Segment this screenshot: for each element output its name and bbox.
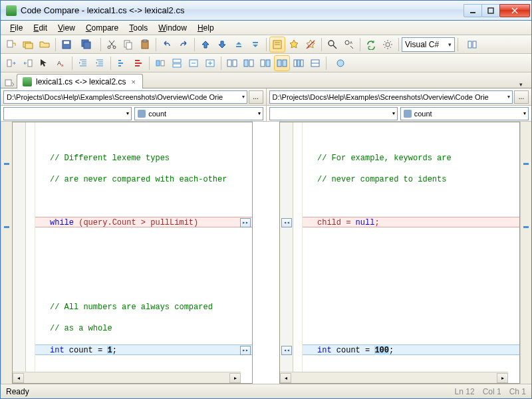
svg-rect-65: [277, 60, 281, 66]
svg-line-13: [110, 41, 114, 47]
left-overview-ruler[interactable]: [1, 122, 12, 384]
svg-rect-19: [236, 46, 241, 47]
copy-right-icon[interactable]: [20, 55, 36, 71]
right-editor-pane: // For example, keywords are // never co…: [279, 122, 520, 384]
prev-diff-icon[interactable]: [198, 37, 213, 53]
menu-view[interactable]: View: [53, 21, 80, 35]
right-code-area[interactable]: // For example, keywords are // never co…: [303, 122, 519, 372]
copy-icon[interactable]: [120, 37, 136, 53]
svg-rect-6: [25, 43, 33, 49]
settings-icon[interactable]: [380, 37, 396, 53]
paste-icon[interactable]: [137, 37, 153, 53]
svg-point-29: [386, 43, 390, 47]
encoding-dropdown-icon[interactable]: [329, 55, 352, 71]
right-browse-button[interactable]: ...: [514, 90, 529, 104]
new-compare-icon[interactable]: [3, 37, 19, 53]
view-mode-5-icon[interactable]: [291, 55, 307, 71]
document-tabstrip: lexical1.cs <-> lexical2.cs × ▾: [1, 72, 531, 88]
svg-point-72: [337, 60, 344, 66]
undo-icon[interactable]: [159, 37, 175, 53]
compare-file-icon: [23, 77, 32, 86]
close-button[interactable]: [499, 4, 530, 17]
view-mode-6-icon[interactable]: [307, 55, 323, 71]
left-editor-pane: // Different lexeme types // are never c…: [12, 122, 253, 384]
comment-icon[interactable]: [114, 55, 130, 71]
language-combo[interactable]: Visual C#: [402, 37, 455, 52]
right-horizontal-scrollbar[interactable]: ◂▸: [280, 372, 508, 383]
minimize-button[interactable]: [464, 4, 482, 17]
view-mode-4-icon[interactable]: [274, 55, 290, 71]
new-bookmark-icon[interactable]: [286, 37, 302, 53]
redo-icon[interactable]: [176, 37, 192, 53]
menu-file[interactable]: File: [5, 21, 28, 35]
svg-rect-68: [297, 60, 300, 66]
menu-compare[interactable]: Compare: [80, 21, 124, 35]
svg-rect-59: [227, 60, 231, 66]
document-tab[interactable]: lexical1.cs <-> lexical2.cs ×: [17, 74, 143, 88]
left-code-area[interactable]: // Different lexeme types // are never c…: [35, 122, 252, 372]
svg-line-14: [109, 41, 114, 47]
svg-rect-60: [233, 60, 237, 66]
right-member-combo[interactable]: count: [400, 107, 529, 120]
left-browse-button[interactable]: ...: [249, 90, 263, 104]
svg-point-25: [329, 41, 334, 46]
copy-left-icon[interactable]: [3, 55, 19, 71]
copy-to-right-button[interactable]: ▸▸: [240, 346, 251, 355]
split-horizontal-icon[interactable]: [169, 55, 185, 71]
right-path-combo[interactable]: D:\Projects\Docs\Help\Examples\Screensho…: [269, 90, 513, 104]
right-overview-ruler[interactable]: [520, 122, 531, 384]
copy-to-right-button[interactable]: ▸▸: [240, 218, 251, 227]
svg-rect-31: [473, 41, 476, 48]
svg-rect-18: [143, 40, 147, 42]
refresh-icon[interactable]: [363, 37, 379, 53]
left-member-combo[interactable]: count: [134, 107, 263, 120]
view-mode-3-icon[interactable]: [257, 55, 273, 71]
find-replace-icon[interactable]: A: [341, 37, 357, 53]
menu-edit[interactable]: Edit: [28, 21, 53, 35]
indent-left-icon[interactable]: [75, 55, 91, 71]
tab-overflow-icon[interactable]: ▾: [519, 81, 527, 88]
clear-bookmarks-icon[interactable]: [303, 37, 319, 53]
toggle-structure-icon[interactable]: [269, 37, 285, 53]
svg-rect-8: [64, 41, 69, 44]
next-change-icon[interactable]: [247, 37, 263, 53]
menu-window[interactable]: Window: [153, 21, 192, 35]
select-left-icon[interactable]: [37, 55, 53, 71]
svg-rect-33: [28, 60, 32, 66]
left-class-combo[interactable]: [3, 107, 132, 120]
menu-help[interactable]: Help: [192, 21, 219, 35]
collapse-all-icon[interactable]: [186, 55, 201, 71]
copy-to-left-button[interactable]: ◂◂: [281, 346, 292, 355]
uncomment-icon[interactable]: [130, 55, 146, 71]
tab-close-button[interactable]: ×: [130, 78, 136, 86]
tab-label: lexical1.cs <-> lexical2.cs: [36, 77, 126, 86]
view-mode-1-icon[interactable]: [224, 55, 240, 71]
next-diff-icon[interactable]: [214, 37, 230, 53]
prev-change-icon[interactable]: [231, 37, 247, 53]
expand-all-icon[interactable]: [202, 55, 218, 71]
copy-to-left-button[interactable]: ◂◂: [281, 218, 292, 227]
indent-right-icon[interactable]: [92, 55, 108, 71]
status-line: Ln 12: [455, 387, 475, 396]
menu-tools[interactable]: Tools: [124, 21, 153, 35]
save-all-icon[interactable]: [75, 37, 98, 53]
view-mode-2-icon[interactable]: [241, 55, 257, 71]
find-icon[interactable]: [325, 37, 340, 53]
title-bar[interactable]: Code Compare - lexical1.cs <-> lexical2.…: [1, 1, 531, 21]
save-icon[interactable]: [59, 37, 74, 53]
layout-dropdown-icon[interactable]: [461, 37, 483, 53]
maximize-button[interactable]: [481, 4, 500, 17]
right-class-combo[interactable]: [269, 107, 398, 120]
menu-bar: File Edit View Compare Tools Window Help: [1, 21, 531, 35]
format-icon[interactable]: Aa: [53, 55, 69, 71]
left-path-combo[interactable]: D:\Projects\Docs\Help\Examples\Screensho…: [3, 90, 247, 104]
cut-icon[interactable]: [104, 37, 120, 53]
svg-rect-62: [249, 60, 253, 66]
sync-scroll-icon[interactable]: [152, 55, 168, 71]
tab-list-icon[interactable]: [5, 78, 14, 88]
svg-rect-61: [244, 60, 248, 66]
open-icon[interactable]: [37, 37, 53, 53]
left-horizontal-scrollbar[interactable]: ◂▸: [13, 372, 241, 383]
new-folder-compare-icon[interactable]: [20, 37, 36, 53]
field-icon: [404, 110, 412, 118]
